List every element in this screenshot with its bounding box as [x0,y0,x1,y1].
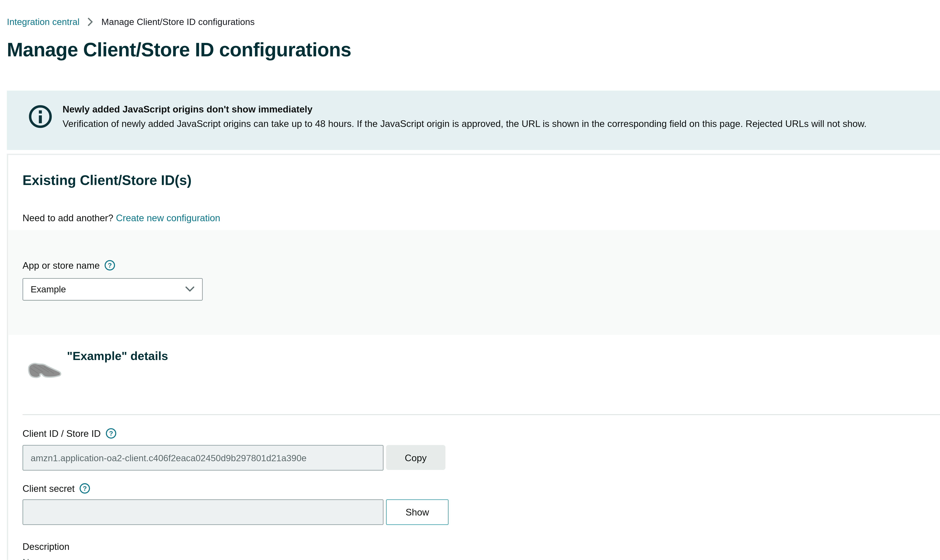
app-store-select[interactable]: Example [23,278,203,301]
svg-text:?: ? [108,262,112,269]
page: Integration central Manage Client/Store … [0,0,940,560]
page-title: Manage Client/Store ID configurations [7,39,351,61]
config-card: Existing Client/Store ID(s) Need to add … [7,154,940,560]
info-banner: Newly added JavaScript origins don't sho… [7,91,940,150]
app-root: Integration central Manage Client/Store … [0,0,940,560]
client-id-label: Client ID / Store ID [23,428,101,439]
banner-body: Verification of newly added JavaScript o… [63,118,867,129]
create-new-configuration-link[interactable]: Create new configuration [116,212,220,223]
help-icon[interactable]: ? [80,483,90,494]
app-select-label: App or store name [23,260,100,271]
svg-text:?: ? [109,430,113,437]
app-logo-shoe-image [26,362,62,379]
add-another-row: Need to add another? Create new configur… [23,212,220,223]
app-store-select-value: Example [31,284,185,294]
client-secret-label: Client secret [23,483,75,494]
client-id-input[interactable] [23,445,384,471]
client-secret-input[interactable] [23,499,384,525]
section-divider [23,414,940,415]
breadcrumb-link-integration-central[interactable]: Integration central [7,16,80,28]
help-icon[interactable]: ? [106,428,117,439]
app-select-panel: App or store name ? Example [8,230,940,335]
client-id-label-row: Client ID / Store ID ? [23,428,116,439]
show-button[interactable]: Show [386,499,449,525]
breadcrumb: Integration central Manage Client/Store … [7,16,255,28]
add-another-prompt: Need to add another? [23,212,113,223]
breadcrumb-current: Manage Client/Store ID configurations [101,16,255,28]
details-heading: "Example" details [67,349,168,363]
description-value: None [23,557,45,560]
svg-text:?: ? [83,485,87,492]
description-label: Description [23,541,69,552]
help-icon[interactable]: ? [105,260,116,271]
chevron-down-icon [185,286,194,292]
copy-button[interactable]: Copy [386,445,445,470]
section-heading: Existing Client/Store ID(s) [23,172,191,189]
client-secret-label-row: Client secret ? [23,483,90,494]
info-icon [28,104,53,129]
banner-title: Newly added JavaScript origins don't sho… [63,104,312,114]
chevron-right-icon [88,17,93,26]
